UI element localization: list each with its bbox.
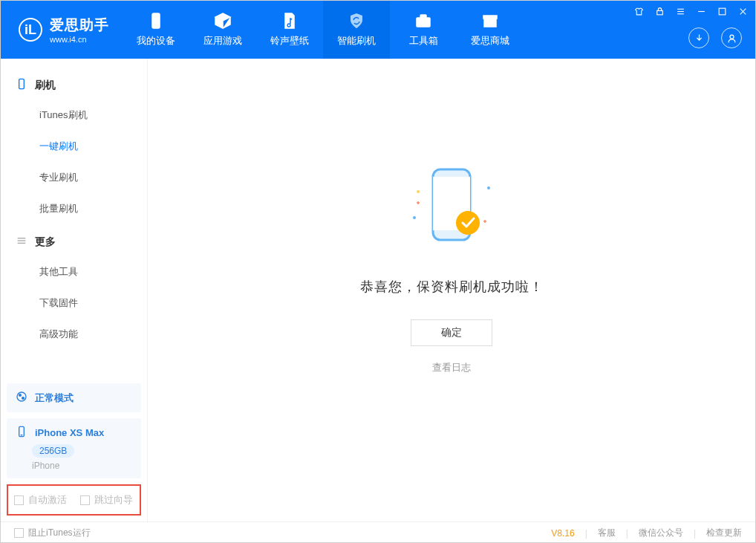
checkbox-label: 阻止iTunes运行: [28, 527, 91, 539]
nav-label: 我的设备: [137, 34, 175, 48]
svg-rect-8: [719, 8, 726, 15]
logo[interactable]: iL 爱思助手 www.i4.cn: [1, 16, 123, 44]
music-file-icon: [281, 12, 299, 30]
sidebar-group-flash: 刷机: [1, 68, 147, 100]
mode-card[interactable]: 正常模式: [7, 383, 141, 412]
checkbox-icon: [80, 495, 90, 505]
nav-label: 铃声壁纸: [270, 34, 309, 48]
svg-point-11: [730, 35, 734, 39]
group-title: 更多: [35, 235, 56, 249]
shirt-icon[interactable]: [634, 7, 644, 19]
lock-icon[interactable]: [655, 7, 665, 19]
nav-apps-games[interactable]: 应用游戏: [189, 1, 256, 59]
nav-label: 爱思商城: [471, 34, 509, 48]
svg-point-18: [22, 397, 25, 400]
sidebar-item-download-firmware[interactable]: 下载固件: [1, 287, 147, 319]
footer: 阻止iTunes运行 V8.16 | 客服 | 微信公众号 | 检查更新: [1, 521, 755, 543]
cube-icon: [214, 12, 232, 30]
svg-rect-12: [19, 79, 25, 88]
toolbox-icon: [414, 12, 432, 30]
options-box: 自动激活 跳过向导: [7, 484, 141, 516]
refresh-shield-icon: [348, 12, 365, 30]
device-type: iPhone: [32, 461, 132, 471]
mode-icon: [16, 391, 27, 405]
sidebar-item-other-tools[interactable]: 其他工具: [1, 256, 147, 287]
window-controls: [634, 7, 748, 19]
header-actions: [688, 27, 742, 48]
support-link[interactable]: 客服: [598, 527, 616, 539]
svg-point-22: [413, 216, 416, 219]
sidebar-item-advanced[interactable]: 高级功能: [1, 319, 147, 350]
svg-rect-1: [417, 18, 430, 27]
sidebar-item-pro-flash[interactable]: 专业刷机: [1, 162, 147, 193]
svg-point-23: [487, 186, 490, 189]
check-update-link[interactable]: 检查更新: [706, 527, 742, 539]
app-subtitle: www.i4.cn: [50, 35, 109, 44]
phone-icon: [16, 78, 27, 92]
svg-rect-0: [152, 13, 160, 28]
minimize-button[interactable]: [697, 7, 706, 19]
nav-my-device[interactable]: 我的设备: [123, 1, 189, 59]
phone-icon: [16, 426, 27, 440]
close-button[interactable]: [738, 7, 748, 19]
nav-smart-flash[interactable]: 智能刷机: [323, 1, 390, 59]
main-content: 恭喜您，保资料刷机成功啦！ 确定 查看日志: [148, 59, 755, 521]
ok-button[interactable]: 确定: [411, 319, 492, 346]
header: iL 爱思助手 www.i4.cn 我的设备 应用游戏 铃声壁纸 智能刷机 工具…: [1, 1, 755, 59]
nav-toolbox[interactable]: 工具箱: [390, 1, 457, 59]
store-icon: [481, 12, 499, 30]
checkbox-icon: [14, 495, 24, 505]
group-title: 刷机: [35, 79, 56, 92]
checkbox-auto-activate[interactable]: 自动激活: [14, 493, 67, 507]
user-button[interactable]: [721, 27, 742, 48]
checkbox-label: 自动激活: [28, 493, 67, 507]
success-illustration: [403, 162, 500, 259]
nav-ringtones[interactable]: 铃声壁纸: [256, 1, 323, 59]
wechat-link[interactable]: 微信公众号: [639, 527, 683, 539]
svg-point-26: [456, 211, 480, 235]
nav-label: 智能刷机: [337, 34, 376, 48]
download-button[interactable]: [688, 27, 709, 48]
version-label: V8.16: [551, 528, 574, 539]
nav-label: 应用游戏: [203, 34, 242, 48]
sidebar: 刷机 iTunes刷机 一键刷机 专业刷机 批量刷机 更多 其他工具 下载固件 …: [1, 59, 148, 521]
maximize-button[interactable]: [717, 7, 727, 19]
svg-point-16: [17, 392, 26, 401]
nav-label: 工具箱: [409, 34, 438, 48]
checkbox-icon: [14, 528, 24, 538]
checkbox-block-itunes[interactable]: 阻止iTunes运行: [14, 527, 91, 539]
success-message: 恭喜您，保资料刷机成功啦！: [360, 278, 544, 296]
svg-rect-3: [657, 10, 663, 14]
svg-point-17: [19, 394, 22, 397]
svg-point-21: [417, 190, 420, 193]
top-nav: 我的设备 应用游戏 铃声壁纸 智能刷机 工具箱 爱思商城: [123, 1, 524, 59]
sidebar-group-more: 更多: [1, 224, 147, 256]
sidebar-item-oneclick-flash[interactable]: 一键刷机: [1, 131, 147, 162]
menu-icon: [16, 235, 27, 249]
nav-store[interactable]: 爱思商城: [457, 1, 524, 59]
app-logo-icon: iL: [19, 18, 42, 42]
sidebar-item-batch-flash[interactable]: 批量刷机: [1, 193, 147, 224]
checkbox-skip-guide[interactable]: 跳过向导: [80, 493, 133, 507]
device-icon: [147, 12, 165, 30]
mode-label: 正常模式: [35, 391, 74, 405]
checkbox-label: 跳过向导: [94, 493, 133, 507]
menu-icon[interactable]: [676, 7, 685, 19]
app-title: 爱思助手: [50, 16, 109, 35]
storage-badge: 256GB: [32, 444, 74, 458]
view-log-link[interactable]: 查看日志: [432, 361, 471, 374]
svg-rect-2: [420, 15, 426, 18]
device-name: iPhone XS Max: [35, 427, 104, 438]
device-card[interactable]: iPhone XS Max 256GB iPhone: [7, 418, 141, 478]
sidebar-item-itunes-flash[interactable]: iTunes刷机: [1, 100, 147, 131]
